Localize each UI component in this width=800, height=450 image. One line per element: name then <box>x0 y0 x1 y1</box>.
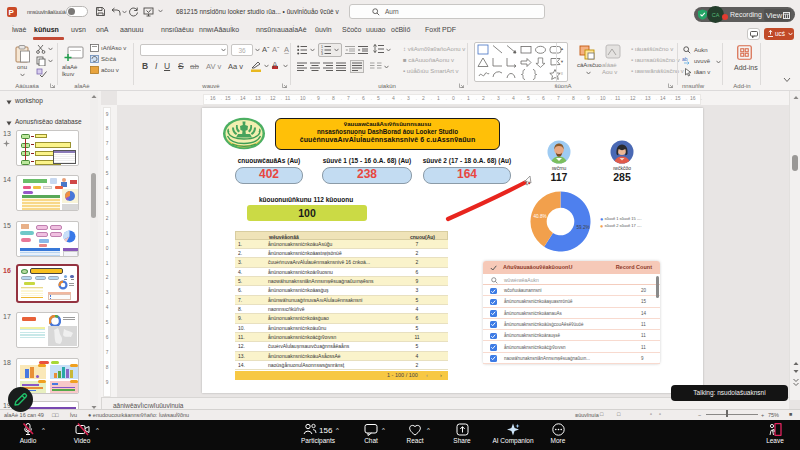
svg-text:ab: ab <box>682 56 688 62</box>
svg-text:59.2%: 59.2% <box>577 225 590 230</box>
svg-text:3: 3 <box>321 52 323 55</box>
svg-text:156: 156 <box>319 426 333 435</box>
